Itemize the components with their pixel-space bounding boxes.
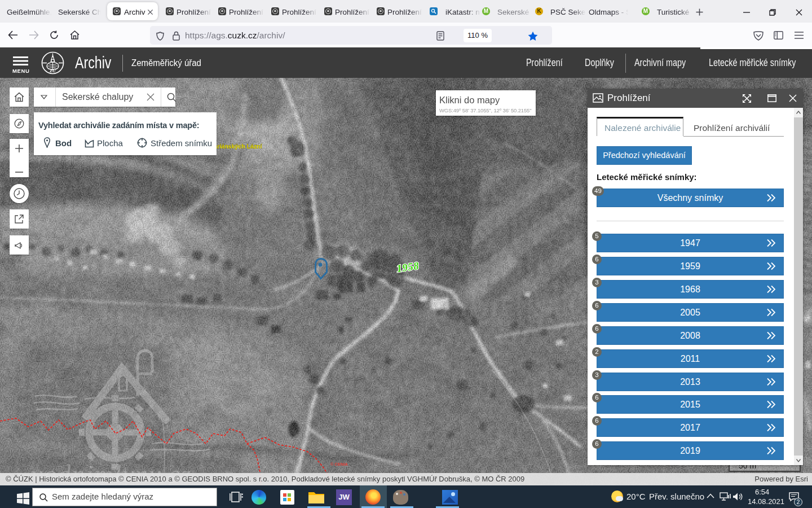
svg-text:ZÚ: ZÚ [49, 68, 56, 73]
svg-text:© CENIA: © CENIA [330, 462, 348, 467]
svg-text:Mariánských Lázní: Mariánských Lázní [209, 143, 262, 150]
